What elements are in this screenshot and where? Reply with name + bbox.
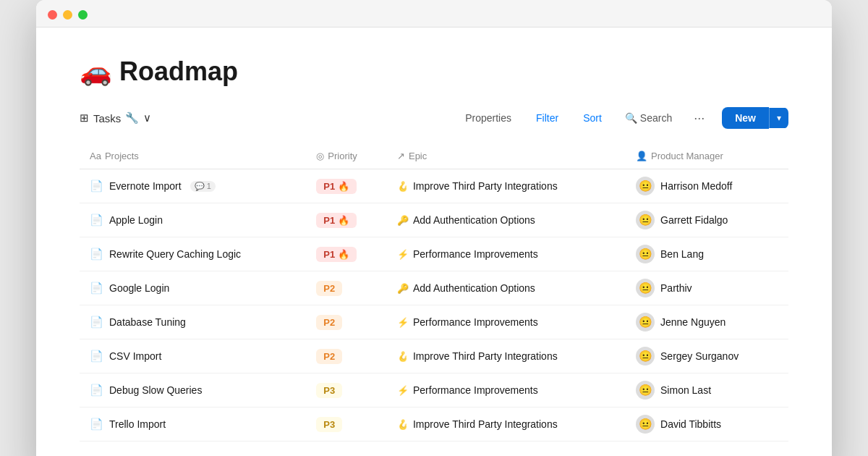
maximize-button[interactable] (78, 10, 88, 20)
new-button[interactable]: New (722, 107, 769, 129)
tasks-view-selector[interactable]: ⊞ Tasks 🔧 ∨ (80, 111, 151, 124)
pm-cell: 😐 Parthiv (626, 271, 788, 305)
priority-badge: P1 🔥 (316, 179, 357, 194)
pm-cell: 😐 Harrison Medoff (626, 169, 788, 203)
table-row[interactable]: 📄 CSV Import P2 🪝 Improve Third Party In… (80, 339, 788, 373)
epic-name: Performance Improvements (413, 384, 538, 396)
pm-cell: 😐 Garrett Fidalgo (626, 203, 788, 237)
pm-name: Jenne Nguyen (660, 316, 726, 328)
pm-name: Garrett Fidalgo (660, 214, 728, 226)
priority-cell: P2 (306, 339, 387, 373)
priority-badge: P2 (316, 281, 342, 296)
priority-badge: P1 🔥 (316, 213, 357, 228)
pm-name: Harrison Medoff (660, 180, 732, 192)
table-row[interactable]: 📄 Google Login P2 🔑 Add Authentication O… (80, 271, 788, 305)
avatar: 😐 (636, 245, 655, 263)
more-options-button[interactable]: ··· (689, 109, 709, 127)
table-row[interactable]: 📄 Debug Slow Queries P3 ⚡ Performance Im… (80, 373, 788, 408)
doc-icon: 📄 (90, 214, 103, 227)
epic-icon: 🔑 (397, 215, 409, 226)
project-name: Debug Slow Queries (109, 384, 202, 396)
table-row[interactable]: 📄 Rewrite Query Caching Logic P1 🔥 ⚡ Per… (80, 237, 788, 271)
pm-cell: 😐 Sergey Surganov (626, 339, 788, 373)
doc-icon: 📄 (90, 384, 103, 397)
wrench-icon: 🔧 (125, 111, 139, 124)
main-content: 🚗 Roadmap ⊞ Tasks 🔧 ∨ Properties Filter … (36, 28, 832, 456)
new-button-group: New ▾ (722, 107, 788, 129)
epic-cell: 🪝 Improve Third Party Integrations (387, 169, 626, 203)
pm-cell: 😐 David Tibbitts (626, 408, 788, 442)
search-button[interactable]: 🔍 Search (621, 109, 676, 127)
avatar: 😐 (636, 313, 655, 332)
table-row[interactable]: 📄 Evernote Import 💬 1 P1 🔥 🪝 Improve Thi… (80, 169, 788, 203)
col-header-priority: ◎ Priority (306, 143, 387, 169)
epic-cell: 🔑 Add Authentication Options (387, 203, 626, 237)
pm-cell: 😐 Simon Last (626, 373, 788, 408)
pm-header-icon: 👤 (636, 151, 647, 161)
project-name: CSV Import (109, 350, 161, 362)
epic-icon: ⚡ (397, 249, 409, 260)
epic-cell: ⚡ Performance Improvements (387, 305, 626, 339)
toolbar-left: ⊞ Tasks 🔧 ∨ (80, 111, 151, 124)
properties-button[interactable]: Properties (459, 109, 517, 127)
avatar: 😐 (636, 347, 655, 366)
priority-cell: P1 🔥 (306, 169, 387, 203)
search-label: Search (640, 112, 672, 124)
table-header-row: Aa Projects ◎ Priority ↗ Epic (80, 143, 788, 169)
new-dropdown-arrow[interactable]: ▾ (769, 108, 788, 128)
epic-name: Add Authentication Options (413, 214, 535, 226)
priority-cell: P2 (306, 271, 387, 305)
sort-button[interactable]: Sort (577, 109, 608, 127)
epic-icon: 🪝 (397, 419, 409, 430)
avatar: 😐 (636, 279, 655, 297)
epic-name: Add Authentication Options (413, 282, 535, 294)
priority-cell: P3 (306, 373, 387, 408)
priority-badge: P2 (316, 349, 342, 364)
pm-name: Sergey Surganov (660, 350, 739, 362)
epic-cell: 🔑 Add Authentication Options (387, 271, 626, 305)
close-button[interactable] (48, 10, 57, 20)
pm-name: Ben Lang (660, 248, 704, 260)
project-cell: 📄 Debug Slow Queries (80, 373, 306, 408)
epic-icon: ⚡ (397, 317, 409, 328)
doc-icon: 📄 (90, 418, 103, 431)
epic-cell: 🪝 Improve Third Party Integrations (387, 339, 626, 373)
pm-name: David Tibbitts (660, 418, 721, 430)
doc-icon: 📄 (90, 282, 103, 295)
project-cell: 📄 Trello Import (80, 408, 306, 442)
aa-icon: Aa (90, 151, 101, 161)
chevron-down-icon: ∨ (143, 111, 151, 124)
col-header-pm: 👤 Product Manager (626, 143, 788, 169)
priority-badge: P1 🔥 (316, 247, 357, 262)
tasks-table: Aa Projects ◎ Priority ↗ Epic (80, 143, 788, 442)
epic-cell: 🪝 Improve Third Party Integrations (387, 408, 626, 442)
col-header-epic: ↗ Epic (387, 143, 626, 169)
project-cell: 📄 Database Tuning (80, 305, 306, 339)
table-row[interactable]: 📄 Apple Login P1 🔥 🔑 Add Authentication … (80, 203, 788, 237)
priority-badge: P2 (316, 315, 342, 330)
minimize-button[interactable] (63, 10, 72, 20)
priority-header-icon: ◎ (316, 151, 324, 161)
toolbar: ⊞ Tasks 🔧 ∨ Properties Filter Sort 🔍 Sea… (80, 107, 788, 129)
table-row[interactable]: 📄 Database Tuning P2 ⚡ Performance Impro… (80, 305, 788, 339)
epic-cell: ⚡ Performance Improvements (387, 373, 626, 408)
epic-icon: 🪝 (397, 351, 409, 362)
tasks-label-text: Tasks (93, 112, 121, 124)
project-name: Rewrite Query Caching Logic (109, 248, 241, 260)
epic-name: Improve Third Party Integrations (413, 180, 558, 192)
table-row[interactable]: 📄 Trello Import P3 🪝 Improve Third Party… (80, 408, 788, 442)
page-emoji: 🚗 (80, 56, 112, 87)
project-cell: 📄 CSV Import (80, 339, 306, 373)
epic-cell: ⚡ Performance Improvements (387, 237, 626, 271)
doc-icon: 📄 (90, 350, 103, 363)
search-icon: 🔍 (625, 112, 637, 124)
doc-icon: 📄 (90, 316, 103, 329)
app-window: 🚗 Roadmap ⊞ Tasks 🔧 ∨ Properties Filter … (36, 0, 832, 456)
avatar: 😐 (636, 211, 655, 229)
priority-badge: P3 (316, 417, 342, 432)
pm-cell: 😐 Jenne Nguyen (626, 305, 788, 339)
project-cell: 📄 Google Login (80, 271, 306, 305)
project-name: Database Tuning (109, 316, 186, 328)
filter-button[interactable]: Filter (530, 109, 564, 127)
epic-header-icon: ↗ (397, 151, 405, 161)
